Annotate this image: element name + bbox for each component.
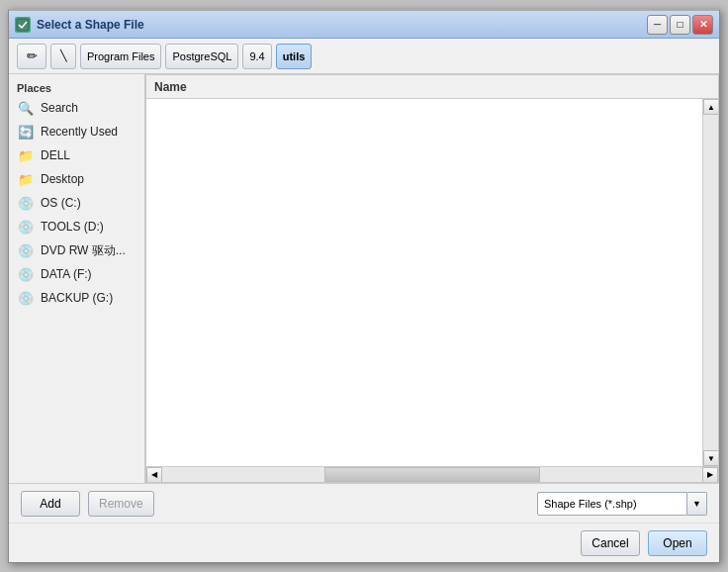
sidebar-item-desktop-label: Desktop [41, 172, 84, 186]
sidebar-item-tools-d-label: TOOLS (D:) [41, 220, 104, 234]
sidebar-item-data-f[interactable]: 💿 DATA (F:) [9, 262, 144, 286]
scroll-right-button[interactable]: ▶ [702, 467, 718, 483]
tools-d-drive-icon: 💿 [17, 218, 35, 236]
filter-input[interactable] [537, 492, 687, 516]
horizontal-scrollbar[interactable]: ◀ ▶ [146, 466, 718, 482]
window-icon [15, 17, 31, 33]
pencil-button[interactable] [17, 44, 46, 69]
sidebar-item-dell-label: DELL [41, 148, 70, 162]
open-button[interactable]: Open [648, 530, 707, 556]
window-title: Select a Shape File [37, 18, 144, 32]
sidebar-item-dvd-rw-label: DVD RW 驱动... [41, 242, 126, 259]
toolbar: ╲ Program Files PostgreSQL 9.4 utils [9, 39, 719, 74]
scroll-track [703, 115, 718, 450]
minimize-button[interactable]: ─ [647, 15, 668, 35]
sidebar-item-os-c[interactable]: 💿 OS (C:) [9, 191, 144, 215]
sidebar-item-backup-g[interactable]: 💿 BACKUP (G:) [9, 286, 144, 310]
sidebar-item-data-f-label: DATA (F:) [41, 267, 92, 281]
folder-sep-icon: ╲ [60, 49, 67, 62]
backup-g-drive-icon: 💿 [17, 289, 35, 307]
os-c-drive-icon: 💿 [17, 194, 35, 212]
file-list-container: Name ▲ ▼ ◀ ▶ [145, 74, 719, 483]
main-content: Places 🔍 Search 🔄 Recently Used 📁 DELL 📁… [9, 74, 719, 483]
scroll-down-button[interactable]: ▼ [703, 450, 718, 466]
svg-rect-0 [17, 19, 29, 31]
file-list-header: Name [146, 75, 718, 99]
file-list-content[interactable]: ▲ ▼ [146, 99, 718, 466]
title-buttons: ─ □ ✕ [647, 15, 713, 35]
sidebar: Places 🔍 Search 🔄 Recently Used 📁 DELL 📁… [9, 74, 145, 483]
bottom-right: ▼ [537, 492, 707, 516]
filter-dropdown-arrow[interactable]: ▼ [687, 492, 707, 516]
breadcrumb-program-files[interactable]: Program Files [80, 44, 161, 69]
sidebar-item-recently-used[interactable]: 🔄 Recently Used [9, 120, 144, 143]
add-button[interactable]: Add [21, 491, 80, 517]
sidebar-section-label: Places [9, 78, 144, 96]
title-bar-left: Select a Shape File [15, 17, 144, 33]
breadcrumb-postgresql[interactable]: PostgreSQL [165, 44, 238, 69]
sidebar-item-desktop[interactable]: 📁 Desktop [9, 167, 144, 191]
file-area: Name ▲ ▼ ◀ ▶ [145, 74, 719, 483]
sidebar-item-search[interactable]: 🔍 Search [9, 96, 144, 120]
action-buttons-row: Cancel Open [9, 523, 719, 562]
sidebar-item-dvd-rw[interactable]: 💿 DVD RW 驱动... [9, 238, 144, 262]
dvd-rw-icon: 💿 [17, 241, 35, 259]
bottom-section: Add Remove ▼ Cancel Open [9, 483, 719, 562]
column-name-header: Name [154, 80, 187, 94]
sidebar-item-recently-used-label: Recently Used [41, 125, 118, 139]
dell-folder-icon: 📁 [17, 146, 35, 164]
search-icon: 🔍 [17, 99, 35, 117]
bottom-bar: Add Remove ▼ [9, 483, 719, 523]
sidebar-item-os-c-label: OS (C:) [41, 196, 81, 210]
title-bar: Select a Shape File ─ □ ✕ [9, 11, 719, 39]
cancel-button[interactable]: Cancel [581, 530, 640, 556]
maximize-button[interactable]: □ [670, 15, 690, 35]
desktop-folder-icon: 📁 [17, 170, 35, 188]
folder-sep-button[interactable]: ╲ [50, 44, 76, 69]
sidebar-item-search-label: Search [41, 101, 78, 115]
sidebar-item-dell[interactable]: 📁 DELL [9, 143, 144, 167]
main-window: Select a Shape File ─ □ ✕ ╲ Program File… [8, 9, 720, 563]
pencil-icon [24, 48, 40, 64]
remove-button[interactable]: Remove [88, 491, 154, 517]
scroll-up-button[interactable]: ▲ [703, 99, 718, 115]
scroll-left-button[interactable]: ◀ [146, 467, 162, 483]
vertical-scrollbar[interactable]: ▲ ▼ [702, 99, 718, 466]
close-button[interactable]: ✕ [692, 15, 713, 35]
data-f-drive-icon: 💿 [17, 265, 35, 283]
h-scroll-thumb[interactable] [324, 467, 540, 482]
file-type-filter[interactable]: ▼ [537, 492, 707, 516]
recently-used-icon: 🔄 [17, 123, 35, 141]
breadcrumb-94[interactable]: 9.4 [242, 44, 271, 69]
sidebar-item-tools-d[interactable]: 💿 TOOLS (D:) [9, 215, 144, 238]
h-scroll-track [162, 467, 702, 482]
sidebar-item-backup-g-label: BACKUP (G:) [41, 291, 113, 305]
breadcrumb-utils[interactable]: utils [276, 44, 313, 69]
